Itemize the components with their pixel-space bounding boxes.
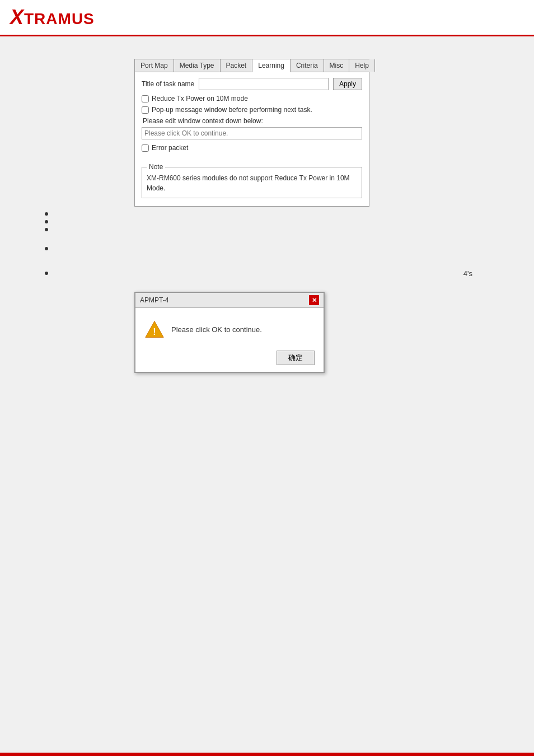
title-row: Title of task name Apply [142,78,362,90]
bullet-dot [45,247,48,250]
reduce-tx-power-label: Reduce Tx Power on 10M mode [152,95,248,102]
error-packet-row: Error packet [142,144,362,152]
sub-label: Please edit window context down below: [143,117,362,125]
note-fieldset: Note XM-RM600 series modules do not supp… [142,163,362,198]
tab-help[interactable]: Help [349,59,375,72]
bullet-dot [45,220,48,223]
tab-learning[interactable]: Learning [252,59,291,72]
reduce-tx-power-row: Reduce Tx Power on 10M mode [142,95,362,102]
list-item [45,220,523,223]
list-item [45,228,523,231]
apply-button[interactable]: Apply [333,78,362,90]
error-packet-label: Error packet [152,144,188,152]
tab-misc[interactable]: Misc [324,59,350,72]
title-input[interactable] [199,78,329,90]
footer-bar [0,753,534,756]
note-text: XM-RM600 series modules do not support R… [147,174,350,192]
main-content: Port Map Media Type Packet Learning Crit… [0,36,534,390]
tab-criteria[interactable]: Criteria [291,59,324,72]
dialog-title: APMPT-4 [140,296,168,304]
dialog-titlebar: APMPT-4 ✕ [135,293,324,308]
popup-message-label: Pop-up message window before performing … [152,106,312,114]
logo: XTRAMUS [10,6,95,29]
reduce-tx-power-checkbox[interactable] [142,95,149,102]
ok-button[interactable]: 确定 [277,351,315,365]
warning-icon: ! [144,319,165,339]
popup-message-row: Pop-up message window before performing … [142,106,362,114]
bullet-dot [45,272,48,275]
list-item [45,212,523,216]
logo-x: X [10,6,24,29]
bullet-dot [45,228,48,231]
tab-packet[interactable]: Packet [221,59,253,72]
tab-bar: Port Map Media Type Packet Learning Crit… [135,59,369,72]
fours-line: 4's [45,272,523,275]
popup-message-checkbox[interactable] [142,106,149,114]
dialog-footer: 确定 [135,346,324,372]
logo-rest: TRAMUS [24,10,95,27]
dialog-container: APMPT-4 ✕ ! Please click OK to continue.… [134,292,325,373]
list-item [45,247,523,250]
panel-content: Title of task name Apply Reduce Tx Power… [135,72,369,206]
header: XTRAMUS [0,0,534,36]
tab-media-type[interactable]: Media Type [174,59,221,72]
fours-label: 4's [463,269,472,278]
dialog-close-button[interactable]: ✕ [309,295,319,305]
note-legend: Note [147,163,165,171]
svg-text:!: ! [153,326,156,337]
dialog-message: Please click OK to continue. [171,325,262,334]
bullet-dot [45,212,48,216]
title-label: Title of task name [142,80,194,88]
tab-panel: Port Map Media Type Packet Learning Crit… [134,59,369,207]
tab-port-map[interactable]: Port Map [135,59,174,72]
dialog: APMPT-4 ✕ ! Please click OK to continue.… [134,292,325,373]
popup-context-input[interactable] [142,127,362,139]
bullets-area: 4's [11,212,523,275]
error-packet-checkbox[interactable] [142,144,149,152]
dialog-body: ! Please click OK to continue. [135,308,324,346]
